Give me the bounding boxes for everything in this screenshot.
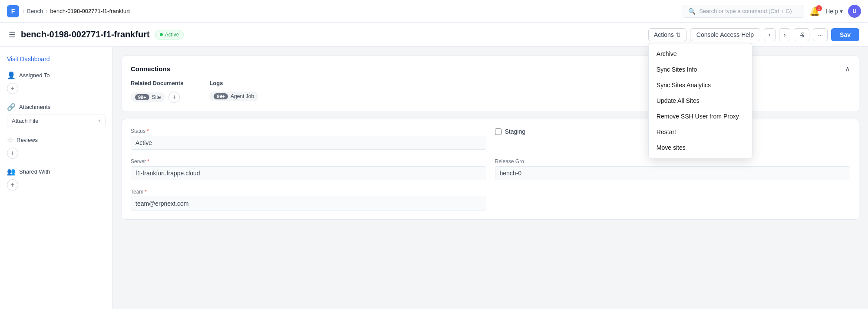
- logs-section: Logs 99+ Agent Job: [209, 80, 258, 103]
- related-documents-items: 99+ Site +: [131, 92, 183, 103]
- add-assigned-to-button[interactable]: +: [7, 83, 18, 94]
- action-restart[interactable]: Restart: [649, 124, 752, 140]
- attach-file-button[interactable]: Attach File +: [7, 115, 106, 127]
- team-field: Team * team@erpnext.com: [131, 189, 486, 210]
- server-label: Server *: [131, 158, 486, 164]
- server-input[interactable]: f1-frankfurt.frappe.cloud: [131, 166, 486, 180]
- status-badge: Active: [155, 30, 184, 39]
- search-bar[interactable]: 🔍 Search or type a command (Ctrl + G): [683, 5, 804, 18]
- actions-button[interactable]: Actions ⇅: [648, 28, 686, 41]
- shared-icon: 👥: [7, 168, 16, 176]
- sidebar-reviews-heading: ☆ Reviews: [7, 136, 106, 144]
- status-field: Status * Active: [131, 128, 486, 150]
- top-nav: F › Bench › bench-0198-002771-f1-frankfu…: [0, 0, 868, 23]
- assigned-to-label: Assigned To: [19, 72, 50, 79]
- notification-badge: 1: [816, 5, 822, 11]
- save-button[interactable]: Sav: [831, 28, 859, 41]
- sidebar-reviews-section: ☆ Reviews +: [7, 136, 106, 159]
- breadcrumb-bench[interactable]: Bench: [27, 8, 43, 14]
- page-header-actions: Actions ⇅ Archive Sync Sites Info Sync S…: [648, 28, 859, 41]
- add-related-doc-button[interactable]: +: [168, 92, 180, 103]
- related-documents-section: Related Documents 99+ Site +: [131, 80, 183, 103]
- actions-chevron-icon: ⇅: [676, 31, 681, 38]
- reviews-label: Reviews: [17, 137, 38, 143]
- action-move-sites[interactable]: Move sites: [649, 140, 752, 155]
- release-group-input[interactable]: bench-0: [495, 166, 851, 180]
- attach-file-plus-icon: +: [97, 118, 101, 124]
- visit-dashboard-link[interactable]: Visit Dashboard: [7, 56, 106, 62]
- breadcrumb: › Bench › bench-0198-002771-f1-frankfurt: [23, 8, 130, 14]
- action-update-all-sites[interactable]: Update All Sites: [649, 93, 752, 108]
- person-icon: 👤: [7, 71, 16, 79]
- status-label: Status *: [131, 128, 486, 134]
- more-options-button[interactable]: ···: [813, 28, 828, 41]
- attachment-icon: 🔗: [7, 103, 16, 111]
- prev-record-button[interactable]: ‹: [764, 28, 776, 41]
- add-shared-with-button[interactable]: +: [7, 179, 18, 191]
- release-group-field: Release Gro bench-0: [495, 158, 851, 180]
- server-field: Server * f1-frankfurt.frappe.cloud: [131, 158, 486, 180]
- site-count: 99+: [135, 94, 149, 100]
- content-area: Connections ∧ Related Documents 99+ Site…: [113, 47, 868, 309]
- actions-label: Actions: [654, 31, 674, 38]
- status-input[interactable]: Active: [131, 136, 486, 150]
- top-nav-left: F › Bench › bench-0198-002771-f1-frankfu…: [7, 5, 130, 17]
- logs-items: 99+ Agent Job: [209, 92, 258, 101]
- search-icon: 🔍: [688, 8, 696, 15]
- chevron-right-icon: ›: [23, 8, 24, 14]
- avatar[interactable]: U: [848, 5, 861, 18]
- agent-job-label: Agent Job: [231, 93, 254, 99]
- team-required: *: [145, 189, 147, 195]
- sidebar-shared-with-heading: 👥 Shared With: [7, 168, 106, 176]
- print-button[interactable]: 🖨: [794, 28, 809, 41]
- app-icon: F: [7, 5, 19, 17]
- actions-dropdown: Archive Sync Sites Info Sync Sites Analy…: [648, 43, 752, 158]
- status-label: Active: [165, 32, 179, 38]
- status-dot: [160, 33, 163, 36]
- status-required: *: [147, 128, 149, 134]
- next-record-button[interactable]: ›: [779, 28, 791, 41]
- shared-with-label: Shared With: [19, 168, 50, 175]
- server-required: *: [147, 158, 149, 164]
- staging-checkbox[interactable]: [495, 128, 502, 135]
- agent-job-badge[interactable]: 99+ Agent Job: [209, 92, 258, 101]
- top-nav-right: 🔍 Search or type a command (Ctrl + G) 🔔 …: [683, 5, 861, 18]
- logs-label: Logs: [209, 80, 258, 86]
- chevron-down-icon: ▾: [840, 8, 843, 15]
- page-header-left: ☰ bench-0198-002771-f1-frankfurt Active: [9, 30, 184, 39]
- action-sync-sites-info[interactable]: Sync Sites Info: [649, 62, 752, 77]
- site-badge[interactable]: 99+ Site: [131, 92, 165, 102]
- action-remove-ssh-user[interactable]: Remove SSH User from Proxy: [649, 108, 752, 124]
- search-placeholder: Search or type a command (Ctrl + G): [699, 8, 792, 14]
- notifications-button[interactable]: 🔔 1: [809, 6, 820, 16]
- site-label: Site: [152, 94, 161, 100]
- sidebar-shared-with-section: 👥 Shared With +: [7, 168, 106, 191]
- connections-collapse-button[interactable]: ∧: [845, 65, 850, 73]
- related-documents-label: Related Documents: [131, 80, 183, 86]
- team-input[interactable]: team@erpnext.com: [131, 197, 486, 210]
- help-button[interactable]: Help ▾: [825, 8, 843, 15]
- action-archive[interactable]: Archive: [649, 46, 752, 62]
- agent-job-count: 99+: [214, 93, 228, 99]
- sidebar-assigned-to-section: 👤 Assigned To +: [7, 71, 106, 94]
- console-access-help-button[interactable]: Console Access Help: [690, 28, 760, 41]
- help-label: Help: [825, 8, 838, 15]
- sidebar-attachments-heading: 🔗 Attachments: [7, 103, 106, 111]
- attachments-label: Attachments: [19, 104, 50, 110]
- breadcrumb-sep-1: ›: [46, 8, 47, 14]
- staging-label: Staging: [505, 128, 525, 135]
- sidebar: Visit Dashboard 👤 Assigned To + 🔗 Attach…: [0, 47, 113, 309]
- sidebar-assigned-to-heading: 👤 Assigned To: [7, 71, 106, 79]
- connections-title: Connections: [131, 65, 170, 72]
- star-icon: ☆: [7, 136, 13, 144]
- add-review-button[interactable]: +: [7, 148, 18, 159]
- action-sync-sites-analytics[interactable]: Sync Sites Analytics: [649, 77, 752, 93]
- sidebar-attachments-section: 🔗 Attachments Attach File +: [7, 103, 106, 127]
- page-title: bench-0198-002771-f1-frankfurt: [21, 30, 150, 39]
- release-group-label: Release Gro: [495, 158, 851, 164]
- sidebar-visit-dashboard: Visit Dashboard: [7, 56, 106, 62]
- breadcrumb-current: bench-0198-002771-f1-frankfurt: [50, 8, 130, 14]
- hamburger-button[interactable]: ☰: [9, 30, 16, 39]
- attach-file-label: Attach File: [12, 118, 38, 124]
- page-header: ☰ bench-0198-002771-f1-frankfurt Active …: [0, 23, 868, 47]
